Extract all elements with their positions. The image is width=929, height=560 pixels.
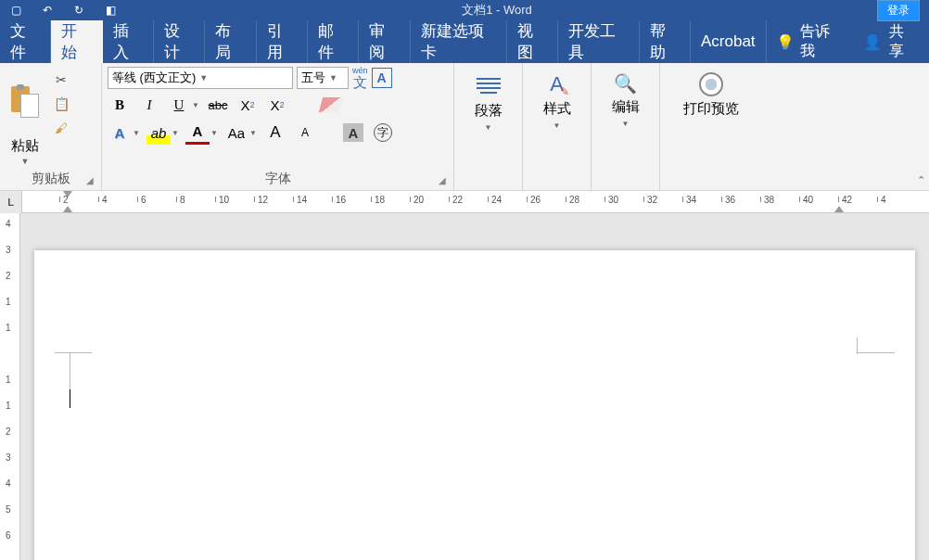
editing-button[interactable]: 🔍 编辑 ▼ (597, 67, 654, 134)
char-border-icon: A (372, 68, 392, 88)
tab-layout[interactable]: 布局 (205, 20, 256, 63)
clipboard-group-label: 剪贴板 (32, 171, 70, 187)
paragraph-button[interactable]: 段落 ▼ (460, 67, 516, 137)
font-launcher-icon[interactable]: ◢ (437, 175, 448, 186)
title-bar: ▢ ↶ ↻ ◧ 文档1 - Word 登录 (0, 0, 929, 20)
dropdown-icon[interactable]: ▼ (171, 121, 180, 145)
paste-button[interactable] (6, 70, 45, 135)
tab-design[interactable]: 设计 (154, 20, 205, 63)
margin-mark (857, 337, 858, 354)
font-group-label: 字体 (265, 171, 291, 187)
styles-icon: A✎ (550, 72, 564, 96)
vruler-tick: 4 (6, 219, 11, 229)
paragraph-label: 段落 (475, 102, 503, 120)
tab-home[interactable]: 开始 (51, 20, 102, 63)
chevron-down-icon: ▼ (199, 73, 208, 83)
group-editing: 🔍 编辑 ▼ (592, 63, 660, 190)
right-indent-icon[interactable] (834, 206, 844, 212)
subscript-button[interactable]: X2 (235, 93, 260, 117)
tab-view[interactable]: 视图 (507, 20, 558, 63)
styles-label: 样式 (543, 100, 571, 118)
char-border-button[interactable]: A (372, 68, 392, 88)
change-case-button[interactable]: Aa (224, 121, 248, 145)
group-clipboard: 粘贴 ▼ ✂ 📋 🖌 剪贴板◢ (0, 63, 102, 190)
collapse-ribbon-icon[interactable]: ⌃ (917, 174, 925, 186)
tab-review[interactable]: 审阅 (359, 20, 410, 63)
vruler-tick: 2 (6, 426, 11, 437)
horizontal-ruler[interactable]: L 24681012141618202224262830323436384042… (0, 191, 929, 213)
dropdown-icon[interactable]: ▼ (248, 121, 258, 145)
bold-button[interactable]: B (108, 93, 132, 117)
group-paragraph: 段落 ▼ (454, 63, 523, 190)
tellme-search[interactable]: 💡 告诉我 (767, 20, 850, 63)
window-title: 文档1 - Word (117, 2, 877, 19)
document-page[interactable] (34, 250, 915, 560)
char-shading-button[interactable]: A (341, 121, 365, 145)
dropdown-icon[interactable]: ▼ (132, 121, 141, 145)
format-painter-icon[interactable]: 🖌 (52, 119, 70, 137)
shrink-font-button[interactable]: A (293, 121, 317, 145)
highlight-button[interactable]: ab (146, 121, 171, 145)
redo-icon[interactable]: ↻ (72, 4, 85, 17)
underline-button[interactable]: U (167, 93, 191, 117)
clipboard-launcher-icon[interactable]: ◢ (84, 175, 95, 186)
font-size-combo[interactable]: 五号▼ (297, 67, 349, 89)
vruler-tick: 5 (6, 504, 11, 515)
tab-help[interactable]: 帮助 (640, 20, 691, 63)
phonetic-guide-button[interactable]: wén文 (352, 67, 368, 89)
app-icon: ▢ (9, 4, 22, 17)
group-font: 等线 (西文正文)▼ 五号▼ wén文 A B I U▼ abc X2 X2 A… (102, 63, 454, 190)
dropdown-icon[interactable]: ▼ (210, 121, 219, 145)
group-print-preview: 打印预览 (660, 63, 762, 190)
tab-references[interactable]: 引用 (257, 20, 308, 63)
styles-button[interactable]: A✎ 样式 ▼ (528, 67, 585, 135)
margin-mark (70, 352, 70, 389)
margin-mark (55, 352, 92, 353)
tab-file[interactable]: 文件 (0, 20, 51, 63)
vruler-tick: 3 (6, 452, 11, 463)
italic-button[interactable]: I (137, 93, 161, 117)
vruler-tick: 4 (6, 478, 11, 489)
underline-dropdown-icon[interactable]: ▼ (191, 93, 200, 117)
workspace: 432111123456 (0, 213, 929, 560)
text-cursor (70, 389, 70, 408)
share-button[interactable]: 👤 共享 (850, 20, 929, 63)
lightbulb-icon: 💡 (776, 33, 795, 51)
tab-acrobat[interactable]: Acrobat (691, 20, 767, 63)
font-color-button[interactable]: A (185, 121, 210, 145)
tab-bar: 文件 开始 插入 设计 布局 引用 邮件 审阅 新建选项卡 视图 开发工具 帮助… (0, 20, 929, 63)
share-icon: 👤 (863, 33, 882, 51)
enclose-char-button[interactable]: 字 (371, 121, 395, 145)
paste-label: 粘贴 (11, 137, 39, 155)
text-effects-button[interactable]: A (108, 121, 132, 145)
copy-icon[interactable]: 📋 (52, 95, 70, 113)
hanging-indent-icon[interactable] (63, 206, 72, 212)
chevron-down-icon: ▼ (622, 120, 630, 128)
cut-icon[interactable]: ✂ (52, 70, 70, 89)
vertical-ruler[interactable]: 432111123456 (0, 213, 20, 560)
eraser-button[interactable] (319, 93, 343, 117)
qat-icon[interactable]: ◧ (104, 4, 117, 17)
preview-icon (699, 72, 723, 96)
superscript-button[interactable]: X2 (265, 93, 289, 117)
enclose-char-icon: 字 (374, 123, 392, 142)
tab-selector[interactable]: L (0, 191, 22, 213)
tab-insert[interactable]: 插入 (103, 20, 154, 63)
paste-icon (9, 84, 41, 121)
vruler-tick: 2 (6, 271, 11, 281)
vruler-tick: 1 (6, 401, 11, 411)
tab-newtab[interactable]: 新建选项卡 (411, 20, 507, 63)
tab-developer[interactable]: 开发工具 (558, 20, 640, 63)
chevron-down-icon: ▼ (329, 73, 337, 83)
vruler-tick: 3 (6, 245, 11, 255)
grow-font-button[interactable]: A (263, 121, 287, 145)
strikethrough-button[interactable]: abc (206, 93, 230, 117)
page-area[interactable] (20, 213, 929, 560)
font-name-combo[interactable]: 等线 (西文正文)▼ (108, 67, 293, 89)
login-button[interactable]: 登录 (877, 0, 920, 21)
print-preview-button[interactable]: 打印预览 (666, 67, 757, 123)
undo-icon[interactable]: ↶ (41, 4, 54, 17)
tab-mailings[interactable]: 邮件 (308, 20, 359, 63)
paste-dropdown-icon[interactable]: ▼ (21, 157, 30, 166)
eraser-icon (319, 97, 343, 112)
